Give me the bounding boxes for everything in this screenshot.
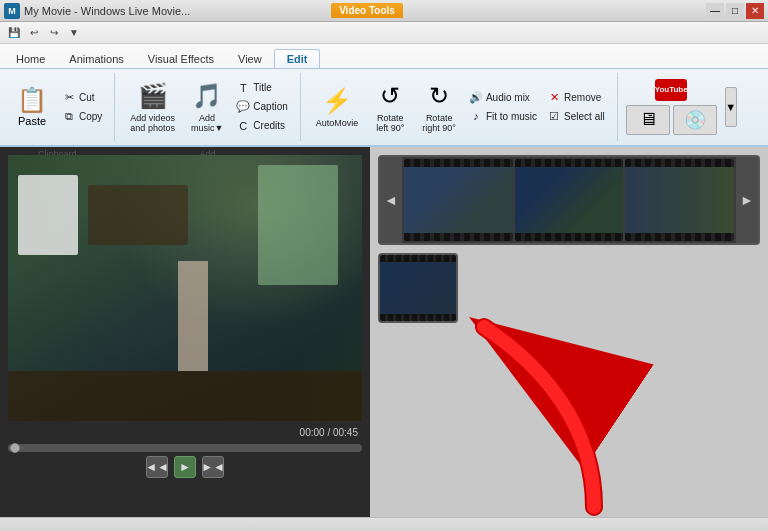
add-music-icon: 🎵 xyxy=(191,80,223,112)
add-videos-icon: 🎬 xyxy=(137,80,169,112)
add-items: 🎬 Add videosand photos 🎵 Addmusic▼ T Tit… xyxy=(123,75,291,139)
tab-home[interactable]: Home xyxy=(4,50,57,68)
add-videos-button[interactable]: 🎬 Add videosand photos xyxy=(123,75,182,139)
window-controls: — □ ✕ xyxy=(706,3,764,19)
dvd-button[interactable]: 💿 xyxy=(673,105,717,135)
paste-button[interactable]: 📋 Paste xyxy=(8,81,56,132)
film-nav-right[interactable]: ► xyxy=(736,155,758,245)
film-strip-top[interactable]: ◄ ► xyxy=(378,155,760,245)
title-bar: M My Movie - Windows Live Movie... Video… xyxy=(0,0,768,22)
text-add-btns: T Title 💬 Caption C Credits xyxy=(232,79,291,135)
automovie-label: AutoMovie xyxy=(316,119,359,129)
cut-label: Cut xyxy=(79,92,95,103)
cut-button[interactable]: ✂ Cut xyxy=(58,88,106,106)
credits-label: Credits xyxy=(253,120,285,131)
remove-icon: ✕ xyxy=(547,90,561,104)
editing-small-btns2: ✕ Remove ☑ Select all xyxy=(543,88,609,125)
copy-button[interactable]: ⧉ Copy xyxy=(58,107,106,125)
rotate-right-icon: ↻ xyxy=(423,80,455,112)
add-videos-label: Add videosand photos xyxy=(130,114,175,134)
close-button[interactable]: ✕ xyxy=(746,3,764,19)
quick-access-toolbar: 💾 ↩ ↪ ▼ xyxy=(0,22,768,44)
fit-to-music-button[interactable]: ♪ Fit to music xyxy=(465,107,541,125)
title-button[interactable]: T Title xyxy=(232,79,291,97)
time-display: 00:00 / 00:45 xyxy=(8,427,362,438)
remove-button[interactable]: ✕ Remove xyxy=(543,88,609,106)
playback-controls: ◄◄ ► ►◄ xyxy=(8,444,362,478)
tab-edit[interactable]: Edit xyxy=(274,49,321,68)
ribbon-tabs: Home Animations Visual Effects View Edit xyxy=(0,44,768,68)
credits-button[interactable]: C Credits xyxy=(232,117,291,135)
film-nav-left[interactable]: ◄ xyxy=(380,155,402,245)
rotate-left-icon: ↺ xyxy=(374,80,406,112)
qa-undo[interactable]: ↩ xyxy=(26,25,42,41)
title-icon: T xyxy=(236,81,250,95)
clipboard-small-btns: ✂ Cut ⧉ Copy xyxy=(58,88,106,125)
automovie-button[interactable]: ⚡ AutoMovie xyxy=(309,80,366,134)
play-button[interactable]: ► xyxy=(174,456,196,478)
fast-forward-button[interactable]: ►◄ xyxy=(202,456,224,478)
tab-visual-effects[interactable]: Visual Effects xyxy=(136,50,226,68)
tab-view[interactable]: View xyxy=(226,50,274,68)
film-frame-1 xyxy=(404,159,513,241)
caption-label: Caption xyxy=(253,101,287,112)
youtube-button[interactable]: YouTube xyxy=(655,79,687,101)
select-all-button[interactable]: ☑ Select all xyxy=(543,107,609,125)
clipboard-items: 📋 Paste ✂ Cut ⧉ Copy xyxy=(8,75,106,139)
video-tools-badge: Video Tools xyxy=(331,3,403,18)
film-strip-bottom[interactable] xyxy=(378,253,458,323)
select-all-icon: ☑ xyxy=(547,109,561,123)
transport-buttons: ◄◄ ► ►◄ xyxy=(146,456,224,478)
cut-icon: ✂ xyxy=(62,90,76,104)
caption-button[interactable]: 💬 Caption xyxy=(232,98,291,116)
ribbon-content: 📋 Paste ✂ Cut ⧉ Copy Clipboard xyxy=(0,68,768,145)
automovie-icon: ⚡ xyxy=(321,85,353,117)
film-frame-3 xyxy=(625,159,734,241)
maximize-button[interactable]: □ xyxy=(726,3,744,19)
rewind-button[interactable]: ◄◄ xyxy=(146,456,168,478)
rotate-left-label: Rotateleft 90° xyxy=(376,114,404,134)
ribbon-group-add: 🎬 Add videosand photos 🎵 Addmusic▼ T Tit… xyxy=(115,73,300,141)
arrow-path xyxy=(484,327,594,507)
qa-dropdown[interactable]: ▼ xyxy=(66,25,82,41)
remove-label: Remove xyxy=(564,92,601,103)
rotate-right-button[interactable]: ↻ Rotateright 90° xyxy=(415,75,463,139)
qa-redo[interactable]: ↪ xyxy=(46,25,62,41)
qa-save[interactable]: 💾 xyxy=(6,25,22,41)
fit-to-music-label: Fit to music xyxy=(486,111,537,122)
scene-clutter xyxy=(88,185,188,245)
sharing-icons: 🖥 💿 xyxy=(626,105,717,135)
film-frame-small-1 xyxy=(380,255,456,321)
arrow-path-inner xyxy=(484,327,594,507)
rotate-left-button[interactable]: ↺ Rotateleft 90° xyxy=(367,75,413,139)
progress-thumb[interactable] xyxy=(10,443,20,453)
scene-person xyxy=(178,261,208,371)
film-frame-1-content xyxy=(404,167,513,233)
monitor-button[interactable]: 🖥 xyxy=(626,105,670,135)
audio-mix-icon: 🔊 xyxy=(469,90,483,104)
progress-bar[interactable] xyxy=(8,444,362,452)
app-title: My Movie - Windows Live Movie... xyxy=(24,5,327,17)
ribbon-group-sharing: YouTube 🖥 💿 ▼ Sharing xyxy=(618,73,745,141)
add-music-button[interactable]: 🎵 Addmusic▼ xyxy=(184,75,230,139)
caption-icon: 💬 xyxy=(236,100,250,114)
preview-panel: 00:00 / 00:45 ◄◄ ► ►◄ xyxy=(0,147,370,517)
sharing-scroll[interactable]: ▼ xyxy=(725,87,737,127)
video-frame[interactable] xyxy=(8,155,362,421)
credits-icon: C xyxy=(236,119,250,133)
film-frames xyxy=(402,157,736,243)
minimize-button[interactable]: — xyxy=(706,3,724,19)
select-all-label: Select all xyxy=(564,111,605,122)
film-frame-2-content xyxy=(515,167,624,233)
film-frame-3-content xyxy=(625,167,734,233)
rotate-right-label: Rotateright 90° xyxy=(422,114,456,134)
paste-icon: 📋 xyxy=(17,86,47,114)
audio-mix-button[interactable]: 🔊 Audio mix xyxy=(465,88,541,106)
main-content: 00:00 / 00:45 ◄◄ ► ►◄ ◄ xyxy=(0,147,768,517)
audio-mix-label: Audio mix xyxy=(486,92,530,103)
add-music-label: Addmusic▼ xyxy=(191,114,223,134)
timeline-panel: ◄ ► xyxy=(370,147,768,517)
film-frame-2 xyxy=(515,159,624,241)
tab-animations[interactable]: Animations xyxy=(57,50,135,68)
ribbon-group-clipboard: 📋 Paste ✂ Cut ⧉ Copy Clipboard xyxy=(0,73,115,141)
